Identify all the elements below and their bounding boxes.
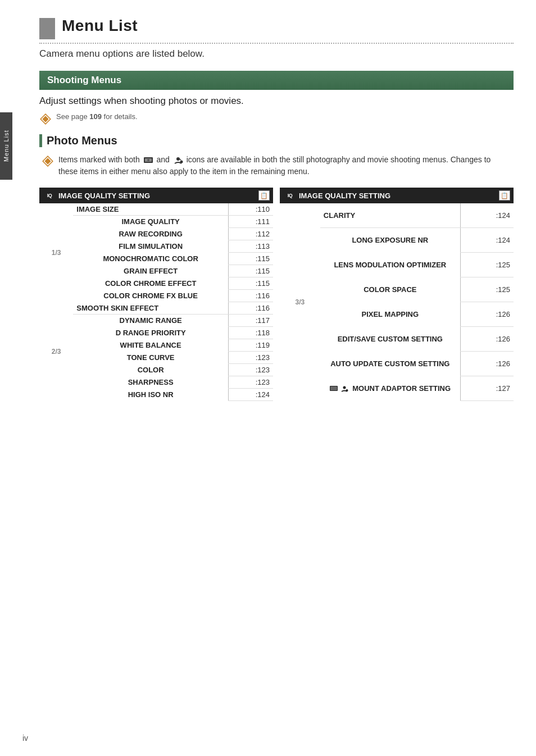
svg-point-10 <box>180 161 183 163</box>
table-row-page: :119 <box>229 339 274 352</box>
table-row-name: IMAGE QUALITY <box>73 216 228 228</box>
table-row-name: COLOR SPACE <box>320 277 460 302</box>
table-row-name: AUTO UPDATE CUSTOM SETTING <box>320 351 460 376</box>
table-row-page: :126 <box>460 326 514 351</box>
table-row-name: LONG EXPOSURE NR <box>320 227 460 252</box>
table-row-name: PIXEL MAPPING <box>320 302 460 326</box>
svg-point-14 <box>343 386 346 389</box>
table-row-name: RAW RECORDING <box>73 228 228 240</box>
table-row-name: COLOR CHROME FX BLUE <box>73 290 228 302</box>
table-row-name: COLOR <box>73 364 228 376</box>
table-row-page: :123 <box>229 352 274 364</box>
shooting-menus-header: Shooting Menus <box>39 71 514 90</box>
photo-menus-note-block: Items marked with both and icons are ava… <box>39 154 514 177</box>
table-row-name: LENS MODULATION OPTIMIZER <box>320 252 460 277</box>
table-row-name: COLOR CHROME EFFECT <box>73 277 228 290</box>
row-group-label: 1/3 <box>39 203 73 302</box>
iq-icon-2: IQ <box>283 190 297 201</box>
footer-page-number: iv <box>22 734 28 743</box>
table-row-page: :123 <box>229 364 274 376</box>
book-icon-2: 📋 <box>499 190 510 201</box>
diamond-icon-2 <box>42 155 54 167</box>
table2: IQ IMAGE QUALITY SETTING 📋 3/3CLARITY:12… <box>280 188 514 401</box>
table-row-name: TONE CURVE <box>73 352 228 364</box>
table-row-page: :113 <box>229 240 274 253</box>
shooting-note-row: See page 109 for details. <box>39 112 514 125</box>
photo-menus-title: Photo Menus <box>47 134 117 147</box>
table-row-page: :125 <box>460 277 514 302</box>
table1-header: IQ IMAGE QUALITY SETTING 📋 <box>39 188 273 203</box>
table-row-page: :124 <box>460 203 514 227</box>
table-row-name: SMOOTH SKIN EFFECT <box>73 302 228 315</box>
table2-header: IQ IMAGE QUALITY SETTING 📋 <box>280 188 514 203</box>
header-divider <box>39 43 514 44</box>
svg-point-9 <box>176 157 180 161</box>
diamond-icon <box>39 113 52 125</box>
photo-menus-header: Photo Menus <box>39 134 514 147</box>
svg-point-15 <box>346 389 348 391</box>
sidebar-label: Menu List <box>0 112 12 180</box>
table-row-page: :123 <box>229 376 274 389</box>
shooting-note: See page 109 for details. <box>56 112 138 121</box>
iq-icon-1: IQ <box>43 190 56 201</box>
table-row-page: :115 <box>229 253 274 265</box>
table-row-name: D RANGE PRIORITY <box>73 327 228 339</box>
svg-rect-13 <box>330 386 337 390</box>
table-row-page: :127 <box>460 376 514 400</box>
table-row-name: MOUNT ADAPTOR SETTING <box>320 376 460 400</box>
table-row-name: EDIT/SAVE CUSTOM SETTING <box>320 326 460 351</box>
table-row-page: :116 <box>229 290 274 302</box>
tables-container: IQ IMAGE QUALITY SETTING 📋 1/3IMAGE SIZE… <box>39 188 514 401</box>
header-subtitle: Camera menu options are listed below. <box>39 48 514 60</box>
table-row-page: :117 <box>229 315 274 327</box>
table1: IQ IMAGE QUALITY SETTING 📋 1/3IMAGE SIZE… <box>39 188 273 401</box>
menu-list-header: Menu List <box>39 17 514 39</box>
table-row-page: :124 <box>460 227 514 252</box>
svg-line-11 <box>180 159 181 160</box>
row-group-label: 3/3 <box>280 203 320 401</box>
table-row-page: :125 <box>460 252 514 277</box>
gray-accent-block <box>39 18 55 39</box>
table-row-name: MONOCHROMATIC COLOR <box>73 253 228 265</box>
svg-point-8 <box>147 159 149 161</box>
table-row-page: :116 <box>229 302 274 315</box>
table-row-name: GRAIN EFFECT <box>73 265 228 277</box>
table-row-page: :124 <box>229 389 274 401</box>
row-group-label: 2/3 <box>39 302 73 401</box>
photo-menus-note: Items marked with both and icons are ava… <box>58 154 511 177</box>
book-icon-1: 📋 <box>258 190 270 201</box>
table-row-name: HIGH ISO NR <box>73 389 228 401</box>
table-row-page: :126 <box>460 351 514 376</box>
table-row-name: CLARITY <box>320 203 460 227</box>
table-row-page: :111 <box>229 216 274 228</box>
table-row-page: :112 <box>229 228 274 240</box>
table-row-name: DYNAMIC RANGE <box>73 315 228 327</box>
table-row-page: :118 <box>229 327 274 339</box>
table-row-page: :115 <box>229 277 274 290</box>
table-row-page: :126 <box>460 302 514 326</box>
table-row-name: FILM SIMULATION <box>73 240 228 253</box>
table-row-page: :110 <box>229 203 274 216</box>
table-row-name: IMAGE SIZE <box>73 203 228 216</box>
table-row-name: SHARPNESS <box>73 376 228 389</box>
table-row-name: WHITE BALANCE <box>73 339 228 352</box>
page-title: Menu List <box>62 17 138 35</box>
shooting-desc: Adjust settings when shooting photos or … <box>39 95 514 107</box>
table-row-page: :115 <box>229 265 274 277</box>
